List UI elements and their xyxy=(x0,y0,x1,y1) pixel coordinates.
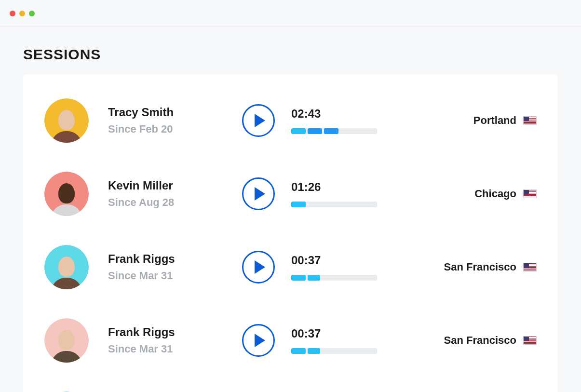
avatar xyxy=(44,318,89,363)
play-button[interactable] xyxy=(242,104,275,137)
location-name: San Francisco xyxy=(444,334,516,347)
progress-block: 00:37 xyxy=(291,327,377,354)
progress-block: 02:43 xyxy=(291,107,377,134)
progress-segment xyxy=(291,128,306,134)
avatar xyxy=(44,172,89,216)
user-text: Tracy SmithSince Feb 20 xyxy=(108,106,174,135)
progress-segment xyxy=(308,128,322,134)
play-icon xyxy=(255,334,265,347)
user-block: Tracy SmithSince Feb 20 xyxy=(44,98,242,143)
play-button[interactable] xyxy=(242,251,275,284)
progress-bar[interactable] xyxy=(291,128,377,134)
page-content: SESSIONS Tracy SmithSince Feb 2002:43Por… xyxy=(0,27,581,392)
us-flag-icon xyxy=(523,336,537,345)
time-label: 00:37 xyxy=(291,327,377,340)
location-name: San Francisco xyxy=(444,261,516,273)
play-button[interactable] xyxy=(242,177,275,210)
window-minimize-button[interactable] xyxy=(19,11,25,16)
user-since: Since Aug 28 xyxy=(108,196,174,209)
play-icon xyxy=(255,114,265,127)
progress-bar[interactable] xyxy=(291,275,377,281)
user-since: Since Mar 31 xyxy=(108,270,175,282)
page-title: SESSIONS xyxy=(23,46,558,63)
session-row: Kevin MillerSince Aug 2801:26Chicago xyxy=(44,157,537,230)
progress-bar[interactable] xyxy=(291,202,377,207)
window-maximize-button[interactable] xyxy=(29,11,35,16)
progress-block: 01:26 xyxy=(291,180,377,207)
progress-block: 00:37 xyxy=(291,254,377,281)
user-name: Frank Riggs xyxy=(108,325,175,339)
avatar xyxy=(44,98,89,143)
location-block: San Francisco xyxy=(444,261,537,273)
progress-segment xyxy=(308,275,320,281)
location-block: Portland xyxy=(473,114,537,127)
user-name: Frank Riggs xyxy=(108,252,175,266)
play-button[interactable] xyxy=(242,324,275,357)
time-label: 00:37 xyxy=(291,254,377,267)
user-name: Kevin Miller xyxy=(108,179,174,192)
user-text: Kevin MillerSince Aug 28 xyxy=(108,179,174,209)
progress-segment xyxy=(324,128,338,134)
progress-segment xyxy=(291,348,306,354)
progress-segment xyxy=(308,348,320,354)
progress-bar[interactable] xyxy=(291,348,377,354)
user-since: Since Mar 31 xyxy=(108,343,175,355)
location-name: Chicago xyxy=(474,188,516,200)
play-icon xyxy=(255,187,265,201)
progress-segment xyxy=(291,202,306,207)
location-block: Chicago xyxy=(474,188,537,200)
us-flag-icon xyxy=(523,116,537,125)
location-name: Portland xyxy=(473,114,516,127)
time-label: 01:26 xyxy=(291,180,377,194)
user-text: Frank RiggsSince Mar 31 xyxy=(108,252,175,282)
user-text: Frank RiggsSince Mar 31 xyxy=(108,325,175,355)
session-row: Frank RiggsSince Mar 3100:37San Francisc… xyxy=(44,304,537,377)
session-row: Tracy SmithSince Feb 2002:43Portland xyxy=(44,377,537,392)
user-block: Frank RiggsSince Mar 31 xyxy=(44,245,242,289)
session-row: Tracy SmithSince Feb 2002:43Portland xyxy=(44,84,537,157)
play-icon xyxy=(255,260,265,274)
location-block: San Francisco xyxy=(444,334,537,347)
user-block: Kevin MillerSince Aug 28 xyxy=(44,172,242,216)
user-block: Frank RiggsSince Mar 31 xyxy=(44,318,242,363)
time-label: 02:43 xyxy=(291,107,377,121)
progress-segment xyxy=(291,275,306,281)
us-flag-icon xyxy=(523,189,537,198)
user-name: Tracy Smith xyxy=(108,106,174,119)
avatar xyxy=(44,245,89,289)
user-since: Since Feb 20 xyxy=(108,123,174,135)
window-titlebar xyxy=(0,0,581,27)
window-close-button[interactable] xyxy=(10,11,15,16)
sessions-card: Tracy SmithSince Feb 2002:43PortlandKevi… xyxy=(23,74,558,392)
session-row: Frank RiggsSince Mar 3100:37San Francisc… xyxy=(44,230,537,304)
us-flag-icon xyxy=(523,263,537,271)
